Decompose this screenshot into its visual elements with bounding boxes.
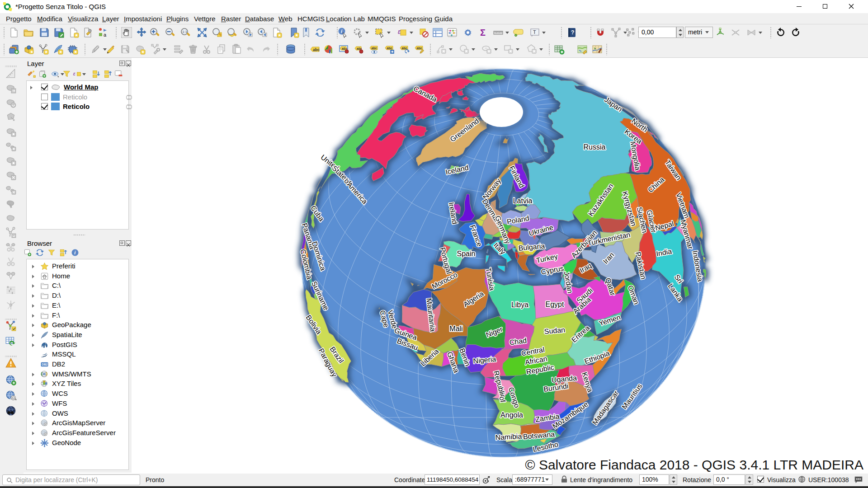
svg-text:abc: abc [387,47,392,50]
svg-text:ε: ε [398,28,401,35]
svg-text:Σ: Σ [480,28,486,38]
svg-text:?: ? [571,29,574,36]
svg-text:ab: ab [342,47,346,51]
svg-text:a: a [104,32,107,38]
svg-text:abc: abc [417,47,422,50]
svg-text:abc: abc [402,47,407,50]
svg-text:DB2: DB2 [42,363,48,366]
svg-text:abc: abc [372,47,377,50]
svg-text:abc: abc [313,47,320,52]
svg-text:T: T [533,29,536,35]
svg-text:1:1: 1:1 [182,30,188,34]
svg-text:ε: ε [73,71,76,76]
